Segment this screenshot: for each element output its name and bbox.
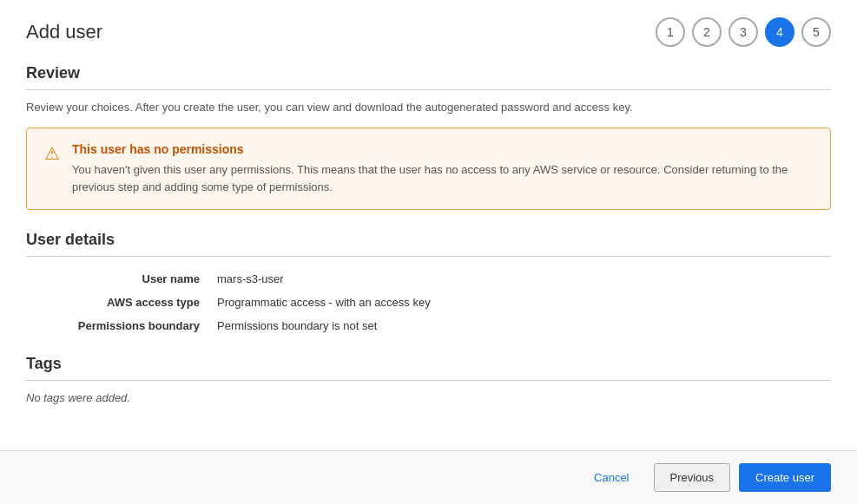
username-label: User name — [26, 267, 217, 291]
access-type-label: AWS access type — [26, 291, 217, 314]
step-1[interactable]: 1 — [656, 17, 685, 47]
page-wrapper: Add user 1 2 3 4 5 Review Review your ch… — [0, 0, 857, 504]
tags-divider — [26, 380, 831, 381]
permissions-boundary-label: Permissions boundary — [26, 314, 217, 337]
step-3[interactable]: 3 — [728, 17, 758, 47]
review-divider — [26, 89, 831, 90]
warning-icon: ⚠ — [44, 143, 60, 164]
step-4[interactable]: 4 — [765, 17, 794, 47]
warning-body: You haven't given this user any permissi… — [72, 161, 813, 195]
tags-section: Tags No tags were added. — [26, 355, 831, 404]
footer-bar: Cancel Previous Create user — [0, 450, 857, 504]
cancel-button[interactable]: Cancel — [578, 464, 644, 491]
page-title: Add user — [26, 21, 102, 43]
previous-button[interactable]: Previous — [654, 463, 731, 492]
review-title: Review — [26, 64, 831, 82]
tags-title: Tags — [26, 355, 831, 373]
review-section: Review Review your choices. After you cr… — [26, 64, 831, 210]
user-details-divider — [26, 256, 831, 257]
access-type-value: Programmatic access - with an access key — [217, 291, 831, 314]
warning-box: ⚠ This user has no permissions You haven… — [26, 128, 831, 210]
details-table: User name mars-s3-user AWS access type P… — [26, 267, 831, 337]
create-user-button[interactable]: Create user — [739, 463, 831, 492]
step-2[interactable]: 2 — [692, 17, 722, 47]
no-tags-message: No tags were added. — [26, 391, 831, 404]
steps-container: 1 2 3 4 5 — [656, 17, 831, 47]
review-description: Review your choices. After you create th… — [26, 101, 831, 114]
table-row: User name mars-s3-user — [26, 267, 831, 291]
user-details-section: User details User name mars-s3-user AWS … — [26, 231, 831, 337]
table-row: AWS access type Programmatic access - wi… — [26, 291, 831, 314]
user-details-title: User details — [26, 231, 831, 249]
warning-content: This user has no permissions You haven't… — [72, 142, 813, 195]
table-row: Permissions boundary Permissions boundar… — [26, 314, 831, 337]
step-5[interactable]: 5 — [801, 17, 831, 47]
username-value: mars-s3-user — [217, 267, 831, 291]
permissions-boundary-value: Permissions boundary is not set — [217, 314, 831, 337]
warning-title: This user has no permissions — [72, 142, 813, 156]
header-row: Add user 1 2 3 4 5 — [26, 17, 831, 47]
